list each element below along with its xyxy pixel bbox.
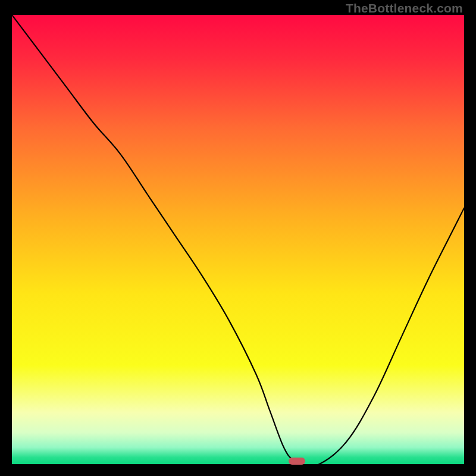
gradient-background [12, 15, 464, 464]
svg-rect-0 [12, 15, 464, 464]
optimal-marker [289, 458, 305, 465]
chart-container: TheBottleneck.com [0, 0, 476, 476]
watermark-text: TheBottleneck.com [346, 1, 463, 15]
plot-area [12, 15, 464, 464]
